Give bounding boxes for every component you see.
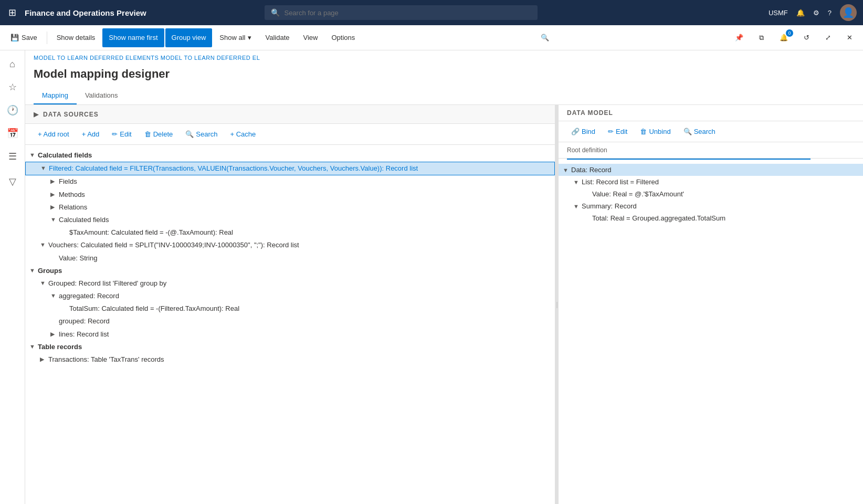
sidebar-icon-star[interactable]: ☆ [3, 78, 22, 97]
tree-item-label: lines: Record list [59, 330, 555, 339]
avatar[interactable]: 👤 [840, 4, 857, 21]
collapse-icon[interactable]: ▶ [34, 110, 39, 118]
tree-arrow-icon[interactable]: ▶ [40, 355, 48, 363]
tree-item[interactable]: ▶Transactions: Table 'TaxTrans' records [25, 353, 555, 366]
options-button[interactable]: Options [325, 28, 361, 47]
dm-tree-arrow-icon[interactable]: ▼ [573, 178, 582, 185]
dm-tree-item[interactable]: ▼Summary: Record [559, 200, 863, 212]
dm-tree-item[interactable]: Value: Real = @.'$TaxAmount' [559, 188, 863, 200]
dm-tree-arrow-icon[interactable]: ▼ [563, 166, 571, 173]
tree-item[interactable]: ▼Vouchers: Calculated field = SPLIT("INV… [25, 239, 555, 251]
show-name-first-button[interactable]: Show name first [102, 28, 164, 47]
tree-item[interactable]: TotalSum: Calculated field = -(Filtered.… [25, 302, 555, 315]
tree-arrow-icon[interactable]: ▼ [29, 342, 38, 350]
close-button[interactable]: ✕ [840, 28, 859, 47]
notifications-count-button[interactable]: 🔔 0 [773, 28, 794, 47]
tree-arrow-icon[interactable]: ▼ [50, 291, 59, 299]
search-input[interactable] [284, 9, 531, 17]
group-view-button[interactable]: Group view [165, 28, 213, 47]
tree-item[interactable]: ▶lines: Record list [25, 328, 555, 341]
tree-arrow-icon[interactable]: ▶ [50, 330, 59, 338]
tree-item[interactable]: ▼aggregated: Record [25, 290, 555, 302]
tab-validations[interactable]: Validations [77, 87, 127, 104]
tree-arrow-icon[interactable] [50, 317, 59, 318]
show-details-button[interactable]: Show details [50, 28, 102, 47]
tree-item[interactable]: ▼Filtered: Calculated field = FILTER(Tra… [25, 162, 555, 175]
expand-button[interactable]: ⤢ [819, 28, 837, 47]
dm-tree-arrow-icon[interactable] [584, 214, 592, 215]
tree-arrow-icon[interactable] [61, 304, 69, 305]
left-panel: ▶ DATA SOURCES + Add root + Add ✏ Edit 🗑… [25, 105, 555, 504]
unbind-button[interactable]: 🗑 Unbind [636, 125, 675, 138]
tree-arrow-icon[interactable] [61, 228, 69, 229]
tree-item[interactable]: ▼Calculated fields [25, 149, 555, 162]
settings-icon[interactable]: ⚙ [813, 9, 819, 17]
bind-button[interactable]: 🔗 Bind [567, 125, 599, 138]
add-button[interactable]: + Add [78, 128, 104, 140]
sidebar-icon-home[interactable]: ⌂ [3, 55, 22, 74]
breadcrumb: MODEL TO LEARN DEFERRED ELEMENTS MODEL T… [25, 50, 863, 65]
dm-search-button[interactable]: 🔍 Search [679, 125, 720, 138]
tree-item[interactable]: $TaxAmount: Calculated field = -(@.TaxAm… [25, 226, 555, 239]
refresh-button[interactable]: ↺ [797, 28, 816, 47]
sidebar-icon-recent[interactable]: 🕐 [3, 101, 22, 120]
dm-tree-item[interactable]: ▼List: Record list = Filtered [559, 176, 863, 188]
dm-tree-item[interactable]: Total: Real = Grouped.aggregated.TotalSu… [559, 212, 863, 224]
tree-arrow-icon[interactable]: ▼ [40, 164, 49, 171]
notifications-icon[interactable]: 🔔 [796, 9, 805, 17]
tree-item-label: $TaxAmount: Calculated field = -(@.TaxAm… [69, 228, 555, 237]
sidebar-icon-list[interactable]: ☰ [3, 147, 22, 166]
link-icon: 🔗 [571, 128, 580, 135]
main-content: MODEL TO LEARN DEFERRED ELEMENTS MODEL T… [25, 50, 863, 504]
dm-tree-arrow-icon[interactable]: ▼ [573, 202, 582, 209]
show-all-button[interactable]: Show all ▾ [213, 28, 258, 47]
main-layout: ⌂ ☆ 🕐 📅 ☰ ▽ MODEL TO LEARN DEFERRED ELEM… [0, 50, 863, 504]
sidebar-icon-calendar[interactable]: 📅 [3, 124, 22, 143]
toolbar-search-button[interactable]: 🔍 [535, 28, 554, 47]
view-button[interactable]: View [297, 28, 324, 47]
dm-tree-item-label: List: Record list = Filtered [582, 178, 659, 186]
search-icon: 🔍 [541, 34, 549, 41]
global-search[interactable]: 🔍 [265, 5, 538, 20]
tree-item[interactable]: ▶Relations [25, 201, 555, 214]
cache-button[interactable]: + Cache [226, 128, 260, 140]
tree-group-label: Groups [38, 266, 555, 276]
tree-item[interactable]: ▶Fields [25, 175, 555, 188]
tree-arrow-icon[interactable]: ▶ [50, 203, 59, 211]
duplicate-button[interactable]: ⧉ [753, 28, 770, 47]
tree-arrow-icon[interactable]: ▼ [40, 279, 48, 286]
tree-item[interactable]: ▼Groups [25, 265, 555, 277]
tree-item[interactable]: grouped: Record [25, 315, 555, 328]
tree-item[interactable]: ▶Methods [25, 188, 555, 201]
add-root-button[interactable]: + Add root [34, 128, 73, 140]
tree-arrow-icon[interactable] [50, 254, 59, 255]
content-area: ▶ DATA SOURCES + Add root + Add ✏ Edit 🗑… [25, 105, 863, 504]
tree-item[interactable]: ▼Grouped: Record list 'Filtered' group b… [25, 277, 555, 290]
grid-icon[interactable]: ⊞ [6, 5, 18, 20]
search-button[interactable]: 🔍 Search [181, 128, 222, 140]
dm-tree-arrow-icon[interactable] [584, 190, 592, 191]
tree-arrow-icon[interactable]: ▼ [50, 215, 59, 223]
tree-item-label: Calculated fields [59, 215, 555, 225]
tab-mapping[interactable]: Mapping [34, 87, 77, 104]
data-sources-label: DATA SOURCES [43, 111, 99, 118]
delete-button[interactable]: 🗑 Delete [140, 128, 177, 140]
dm-tree-item[interactable]: ▼Data: Record [559, 164, 863, 176]
tree-item[interactable]: Value: String [25, 252, 555, 265]
dm-edit-button[interactable]: ✏ Edit [604, 125, 632, 138]
tree-item-label: Transactions: Table 'TaxTrans' records [48, 355, 555, 364]
edit-button[interactable]: ✏ Edit [108, 128, 135, 140]
tree-item[interactable]: ▼Calculated fields [25, 214, 555, 226]
save-button[interactable]: 💾 Save [4, 28, 44, 47]
tree-arrow-icon[interactable]: ▼ [29, 266, 38, 274]
tree-arrow-icon[interactable]: ▶ [50, 190, 59, 198]
tree-arrow-icon[interactable]: ▶ [50, 177, 59, 185]
help-icon[interactable]: ? [828, 9, 832, 17]
validate-button[interactable]: Validate [259, 28, 296, 47]
pin-button[interactable]: 📌 [729, 28, 750, 47]
dm-tree-item-label: Data: Record [571, 166, 612, 174]
tree-item[interactable]: ▼Table records [25, 341, 555, 353]
sidebar-icon-filter[interactable]: ▽ [3, 172, 22, 191]
tree-arrow-icon[interactable]: ▼ [40, 240, 48, 248]
tree-arrow-icon[interactable]: ▼ [29, 151, 38, 158]
